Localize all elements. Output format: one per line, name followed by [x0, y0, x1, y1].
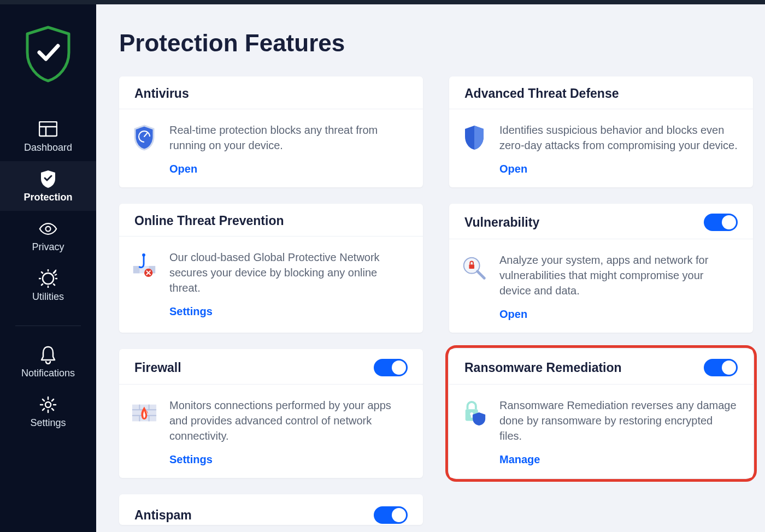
main-content: Protection Features Antivirus Real-time …: [96, 4, 765, 532]
sidebar-item-protection[interactable]: Protection: [0, 161, 96, 211]
ransomware-lock-shield-icon: [461, 400, 487, 426]
sidebar-item-label: Privacy: [32, 241, 64, 253]
sidebar-item-dashboard[interactable]: Dashboard: [0, 111, 96, 161]
svg-point-8: [45, 402, 51, 407]
sidebar: Dashboard Protection Privacy Utilities: [0, 4, 96, 532]
card-antispam: Antispam: [119, 494, 423, 525]
open-link[interactable]: Open: [499, 163, 527, 175]
card-title: Online Threat Prevention: [134, 214, 284, 228]
firewall-toggle[interactable]: [374, 359, 408, 376]
svg-rect-11: [133, 266, 140, 273]
card-online-threat-prevention: Online Threat Prevention Our cloud-based…: [119, 204, 423, 333]
svg-point-4: [43, 273, 54, 284]
sidebar-item-notifications[interactable]: Notifications: [0, 337, 96, 387]
card-desc: Monitors connections performed by your a…: [169, 398, 408, 444]
svg-line-7: [55, 270, 56, 271]
sidebar-item-utilities[interactable]: Utilities: [0, 261, 96, 310]
feature-cards-grid: Antivirus Real-time protection blocks an…: [119, 76, 753, 525]
svg-rect-19: [469, 264, 474, 269]
card-desc: Ransomware Remediation reverses any dama…: [499, 398, 738, 444]
svg-rect-0: [39, 122, 57, 136]
card-title: Firewall: [134, 360, 181, 375]
window-titlebar: [0, 0, 765, 4]
sidebar-item-label: Settings: [30, 417, 66, 429]
dashboard-icon: [39, 120, 57, 139]
firewall-flame-icon: [131, 400, 157, 426]
open-link[interactable]: Open: [169, 163, 197, 175]
card-desc: Identifies suspicious behavior and block…: [499, 122, 738, 153]
antispam-toggle[interactable]: [374, 506, 408, 524]
sidebar-item-label: Utilities: [32, 291, 64, 303]
gear-icon: [39, 395, 57, 414]
phishing-hook-icon: [131, 252, 157, 278]
gear-speed-icon: [39, 269, 57, 288]
manage-link[interactable]: Manage: [499, 453, 540, 465]
sidebar-item-label: Notifications: [21, 368, 75, 379]
svg-point-3: [46, 227, 51, 232]
card-desc: Our cloud-based Global Protective Networ…: [169, 250, 408, 295]
card-title: Antivirus: [134, 86, 189, 101]
svg-line-18: [478, 271, 484, 278]
sidebar-item-settings[interactable]: Settings: [0, 387, 96, 436]
open-link[interactable]: Open: [499, 308, 527, 320]
vulnerability-toggle[interactable]: [704, 214, 738, 231]
sidebar-divider: [15, 326, 81, 326]
card-title: Ransomware Remediation: [464, 360, 622, 375]
settings-link[interactable]: Settings: [169, 453, 213, 465]
card-desc: Analyze your system, apps and network fo…: [499, 252, 738, 298]
eye-icon: [39, 220, 57, 238]
card-ransomware-remediation: Ransomware Remediation Ransomware Remedi…: [449, 349, 753, 478]
page-title: Protection Features: [119, 29, 753, 57]
bell-icon: [39, 346, 57, 364]
card-title: Advanced Threat Defense: [464, 86, 619, 101]
sidebar-item-label: Protection: [23, 192, 72, 203]
highlight-annotation: Ransomware Remediation Ransomware Remedi…: [445, 345, 757, 482]
sidebar-item-privacy[interactable]: Privacy: [0, 211, 96, 261]
app-logo-shield: [23, 25, 73, 83]
card-vulnerability: Vulnerability Analyze your system, apps …: [449, 204, 753, 333]
antivirus-shield-icon: [131, 125, 157, 151]
card-title: Antispam: [134, 508, 192, 523]
ransomware-toggle[interactable]: [704, 359, 738, 376]
card-desc: Real-time protection blocks any threat f…: [169, 122, 408, 153]
threat-defense-shield-icon: [461, 125, 487, 151]
svg-point-13: [142, 253, 145, 257]
magnifier-lock-icon: [461, 255, 487, 281]
card-advanced-threat-defense: Advanced Threat Defense Identifies suspi…: [449, 76, 753, 187]
svg-line-6: [55, 274, 57, 275]
card-firewall: Firewall Monitors connections performed …: [119, 349, 423, 478]
svg-rect-30: [471, 415, 473, 418]
card-title: Vulnerability: [464, 215, 539, 230]
sidebar-item-label: Dashboard: [24, 142, 72, 153]
protection-shield-icon: [39, 170, 57, 188]
card-antivirus: Antivirus Real-time protection blocks an…: [119, 76, 423, 187]
settings-link[interactable]: Settings: [169, 305, 213, 317]
